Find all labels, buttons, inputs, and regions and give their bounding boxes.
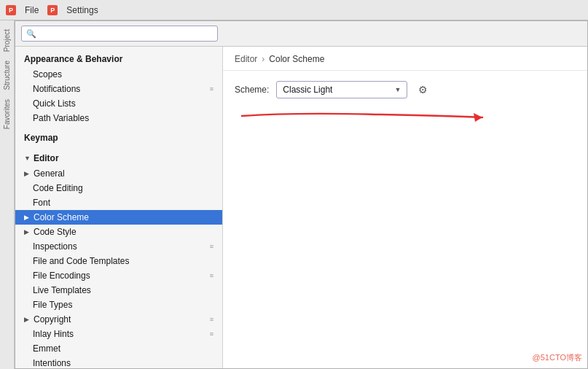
- settings-dialog: 🔍 Appearance & Behavior Scopes Notificat…: [15, 20, 588, 369]
- nav-item-filetypes[interactable]: File Types: [15, 298, 222, 312]
- side-tab-structure[interactable]: Structure: [1, 58, 12, 93]
- nav-section-keymap[interactable]: Keymap: [15, 128, 222, 146]
- breadcrumb-sep: ›: [262, 54, 264, 64]
- nav-badge-inlayhints: ≡: [210, 330, 213, 338]
- side-tab-favorites[interactable]: Favorites: [1, 96, 12, 132]
- nav-item-livetemplates[interactable]: Live Templates: [15, 283, 222, 298]
- app-icon-2: P: [47, 5, 58, 15]
- nav-item-emmet[interactable]: Emmet: [15, 341, 222, 356]
- editor-collapse-arrow[interactable]: ▼: [24, 155, 31, 162]
- settings-nav: Appearance & Behavior Scopes Notificatio…: [15, 47, 223, 368]
- nav-item-copyright[interactable]: ▶ Copyright ≡: [15, 312, 222, 327]
- nav-item-codestyle[interactable]: ▶ Code Style: [15, 225, 222, 239]
- copyright-arrow: ▶: [24, 316, 29, 323]
- settings-header: 🔍: [15, 21, 587, 47]
- general-arrow: ▶: [24, 170, 29, 177]
- nav-item-notifications[interactable]: Notifications ≡: [15, 82, 222, 96]
- app-icon-1: P: [6, 5, 16, 15]
- scheme-gear-button[interactable]: ⚙: [415, 82, 431, 98]
- nav-item-inspections[interactable]: Inspections ≡: [15, 239, 222, 254]
- nav-item-inlayhints[interactable]: Inlay Hints ≡: [15, 327, 222, 341]
- side-tab-project[interactable]: Project: [1, 26, 12, 55]
- title-bar: P File P Settings: [0, 0, 588, 20]
- breadcrumb: Editor › Color Scheme: [223, 47, 587, 71]
- title-file[interactable]: File: [25, 5, 39, 15]
- search-box: 🔍: [21, 26, 218, 42]
- scheme-label: Scheme:: [235, 85, 269, 95]
- side-tabs: Project Structure Favorites: [0, 20, 15, 369]
- nav-item-fileencodings[interactable]: File Encodings ≡: [15, 268, 222, 283]
- dropdown-arrow-icon: ▼: [394, 86, 401, 93]
- nav-item-pathvariables[interactable]: Path Variables: [15, 111, 222, 125]
- nav-badge-notifications: ≡: [210, 85, 213, 93]
- scheme-dropdown[interactable]: Classic Light ▼: [276, 81, 407, 98]
- breadcrumb-colorscheme: Color Scheme: [269, 54, 324, 64]
- nav-badge-inspections: ≡: [210, 243, 213, 250]
- nav-item-intentions[interactable]: Intentions: [15, 356, 222, 368]
- nav-item-filecodetemplates[interactable]: File and Code Templates: [15, 254, 222, 268]
- codestyle-arrow: ▶: [24, 228, 29, 236]
- nav-section-appearance[interactable]: Appearance & Behavior: [15, 50, 222, 67]
- colorscheme-arrow: ▶: [24, 214, 29, 221]
- nav-section-editor[interactable]: ▼ Editor: [15, 149, 222, 166]
- main-layout: Project Structure Favorites 🔍 Appearance…: [0, 20, 588, 369]
- nav-item-general[interactable]: ▶ General: [15, 166, 222, 181]
- svg-marker-0: [474, 113, 482, 122]
- breadcrumb-editor: Editor: [235, 54, 257, 64]
- scheme-row: Scheme: Classic Light ▼ ⚙: [223, 71, 587, 109]
- nav-badge-fileencodings: ≡: [210, 272, 213, 279]
- nav-item-colorscheme[interactable]: ▶ Color Scheme: [15, 210, 222, 225]
- settings-content: Appearance & Behavior Scopes Notificatio…: [15, 47, 587, 368]
- nav-item-font[interactable]: Font: [15, 195, 222, 210]
- annotation-arrow-svg: [235, 109, 497, 138]
- settings-right: Editor › Color Scheme Scheme: Classic Li…: [223, 47, 587, 368]
- nav-item-codeediting[interactable]: Code Editing: [15, 181, 222, 195]
- scheme-dropdown-value: Classic Light: [283, 85, 391, 95]
- title-settings[interactable]: Settings: [66, 5, 98, 15]
- search-icon: 🔍: [26, 29, 36, 39]
- nav-badge-copyright: ≡: [210, 316, 213, 323]
- search-input[interactable]: [39, 28, 213, 39]
- watermark: @51CTO博客: [533, 352, 582, 363]
- nav-item-scopes[interactable]: Scopes: [15, 67, 222, 82]
- nav-item-quicklists[interactable]: Quick Lists: [15, 96, 222, 111]
